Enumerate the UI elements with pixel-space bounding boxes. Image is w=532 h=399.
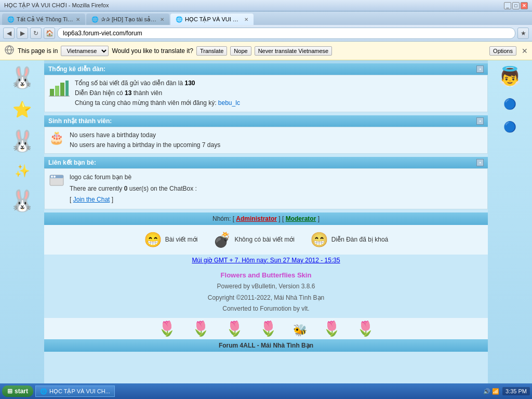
tab-1-close[interactable]: ✕ bbox=[76, 17, 80, 22]
forward-button[interactable]: ▶ bbox=[17, 28, 28, 39]
links-section: Liên kết bạn bè: ▪ bbox=[44, 157, 488, 209]
post-icon-locked: 😁 Diễn Đàn đã bị khoá bbox=[310, 231, 388, 248]
post-icons-section: 😁 Bài viết mới 💣 Không có bài viết mới 😁… bbox=[44, 225, 488, 255]
svg-rect-4 bbox=[60, 83, 64, 96]
birthday-text: No users have a birthday today No users … bbox=[70, 130, 220, 150]
stats-row: Tổng số bài viết đã gửi vào diễn đàn là … bbox=[49, 78, 483, 109]
admin-group-link[interactable]: Administrator bbox=[236, 215, 277, 222]
rabbit-decoration-2: 🐰 bbox=[9, 129, 35, 153]
total-posts-label: Tổng số bài viết đã gửi vào diễn đàn là bbox=[75, 79, 183, 87]
browser-tabs: 🌐 Tất Cả Về Thông Tin Cá Nhân ✕ 🌐 ✰✰ [HD… bbox=[0, 11, 532, 25]
bee-decoration: 🐝 bbox=[293, 324, 307, 337]
new-member-link[interactable]: bebu_lc bbox=[218, 99, 240, 107]
links-icon bbox=[49, 172, 64, 190]
angel-decoration: 👼 bbox=[498, 65, 522, 87]
links-text: logo các forum bạn bè There are currentl… bbox=[70, 172, 197, 206]
stats-minimize[interactable]: ▪ bbox=[476, 65, 484, 73]
window-controls[interactable]: _ □ ✕ bbox=[504, 2, 528, 9]
taskbar-window-item[interactable]: 🌐 HỌC TẬP VÀ VUI CH... bbox=[35, 385, 115, 397]
birthday-section: Sinh nhật thành viên: ▪ 🎂 No users have … bbox=[44, 115, 488, 154]
locked-emoji: 😁 bbox=[310, 231, 328, 248]
flower-5: 🌷 bbox=[323, 320, 341, 337]
reload-button[interactable]: ↻ bbox=[30, 28, 42, 39]
logo-text: logo các forum bạn bè bbox=[70, 174, 131, 181]
bubble-decoration-2: 🔵 bbox=[503, 121, 516, 133]
converted-text: Converted to Forumotion by vlt. bbox=[46, 303, 486, 315]
translate-prefix: This page is in bbox=[18, 47, 58, 55]
chatbox-text: There are currently bbox=[70, 185, 122, 192]
translate-question: Would you like to translate it? bbox=[112, 47, 193, 55]
home-button[interactable]: 🏠 bbox=[44, 28, 55, 39]
flower-4: 🌷 bbox=[259, 320, 277, 337]
tab-3[interactable]: 🌐 HỌC TẬP VÀ VUI CHƠI ✕ bbox=[170, 14, 254, 25]
minimize-button[interactable]: _ bbox=[504, 2, 511, 9]
flower-2: 🌷 bbox=[192, 320, 210, 337]
bottom-bar: Forum 4ALL - Mái Nhà Tình Bạn bbox=[44, 339, 488, 352]
timezone-link[interactable]: Múi giờ GMT + 7. Hôm nay: Sun 27 May 201… bbox=[192, 257, 340, 264]
flower-3: 🌷 bbox=[225, 320, 244, 337]
tab-2[interactable]: 🌐 ✰✰ [HD] Tạo tài sản bên dưới bài ✕ bbox=[86, 14, 169, 25]
svg-rect-3 bbox=[55, 86, 59, 96]
maximize-button[interactable]: □ bbox=[512, 2, 520, 9]
stats-text: Tổng số bài viết đã gửi vào diễn đàn là … bbox=[75, 78, 240, 109]
groups-bar: Nhóm: [ Administrator ] [ Moderator ] bbox=[44, 212, 488, 225]
total-posts-count: 130 bbox=[184, 79, 195, 87]
start-label: start bbox=[15, 388, 28, 395]
skin-name: Flowers and Butterflies Skin bbox=[46, 269, 486, 281]
close-button[interactable]: ✕ bbox=[521, 2, 528, 9]
page-body: Thống kê diễn đàn: ▪ bbox=[44, 63, 488, 383]
svg-rect-2 bbox=[50, 89, 54, 96]
stats-header: Thống kê diễn đàn: ▪ bbox=[44, 63, 488, 75]
bomb-icon: 💣 bbox=[213, 231, 231, 248]
chatbox-count: 0 bbox=[124, 185, 128, 192]
tab-1[interactable]: 🌐 Tất Cả Về Thông Tin Cá Nhân ✕ bbox=[2, 14, 85, 25]
tab-2-close[interactable]: ✕ bbox=[160, 17, 164, 22]
flower-1: 🌷 bbox=[158, 320, 176, 337]
svg-point-10 bbox=[54, 176, 56, 178]
address-bar[interactable] bbox=[57, 28, 515, 39]
browser-nav: ◀ ▶ ↻ 🏠 ★ bbox=[0, 25, 532, 42]
mod-group-link[interactable]: Moderator bbox=[286, 215, 316, 222]
system-tray-icons: 🔊 📶 bbox=[483, 388, 499, 395]
bubble-decoration: 🔵 bbox=[503, 98, 516, 110]
birthday-header: Sinh nhật thành viên: ▪ bbox=[44, 115, 488, 127]
nope-button[interactable]: Nope bbox=[230, 46, 251, 56]
copyright-text: Copyright ©2011-2022, Mái Nhà Tình Bạn bbox=[46, 292, 486, 304]
tab-icon: 🌐 bbox=[7, 16, 15, 23]
start-button[interactable]: ⊞ start bbox=[2, 385, 33, 397]
browser-titlebar: HỌC TẬP VÀ VUI CHƠI - Mozilla Firefox _ … bbox=[0, 0, 532, 11]
close-translate-button[interactable]: ✕ bbox=[522, 47, 528, 55]
tab-3-close[interactable]: ✕ bbox=[244, 17, 248, 22]
stats-body: Tổng số bài viết đã gửi vào diễn đàn là … bbox=[44, 75, 488, 112]
content-wrapper: 🐰 ⭐ 🐰 ✨ 🐰 👼 🔵 🔵 Thống kê diễn đàn: ▪ bbox=[0, 60, 532, 383]
stats-section: Thống kê diễn đàn: ▪ bbox=[44, 63, 488, 112]
rabbit-decoration-1: 🐰 bbox=[9, 65, 35, 90]
post-icon-new: 😁 Bài viết mới bbox=[144, 231, 198, 248]
powered-text: Powered by vBulletin, Version 3.8.6 bbox=[46, 281, 486, 292]
browser-title: HỌC TẬP VÀ VUI CHƠI - Mozilla Firefox bbox=[4, 2, 109, 9]
stats-header-label: Thống kê diễn đàn: bbox=[48, 65, 105, 73]
tab-3-label: HỌC TẬP VÀ VUI CHƠI bbox=[185, 16, 242, 23]
birthday-cake-icon: 🎂 bbox=[49, 130, 64, 145]
taskbar-window-label: HỌC TẬP VÀ VUI CH... bbox=[49, 388, 110, 395]
options-button[interactable]: Options bbox=[489, 46, 516, 56]
tab-icon-3: 🌐 bbox=[176, 16, 183, 23]
members-count: 13 bbox=[125, 89, 131, 97]
translate-bar: This page is in Vietnamese Would you lik… bbox=[0, 42, 532, 60]
locked-label: Diễn Đàn đã bị khoá bbox=[331, 236, 388, 243]
join-chat-link[interactable]: Join the Chat bbox=[73, 196, 110, 203]
back-button[interactable]: ◀ bbox=[3, 28, 15, 39]
no-birthday-upcoming: No users are having a birthday in the up… bbox=[70, 141, 220, 149]
never-button[interactable]: Never translate Vietnamese bbox=[255, 46, 332, 56]
links-minimize[interactable]: ▪ bbox=[476, 159, 484, 166]
no-new-post-label: Không có bài viết mới bbox=[234, 236, 294, 243]
flower-6: 🌷 bbox=[356, 320, 375, 337]
powered-info: Flowers and Butterflies Skin Powered by … bbox=[44, 266, 488, 318]
language-select[interactable]: Vietnamese bbox=[61, 46, 109, 56]
center-column: Thống kê diễn đàn: ▪ bbox=[44, 60, 488, 383]
birthday-minimize[interactable]: ▪ bbox=[476, 117, 484, 125]
translate-button[interactable]: Translate bbox=[196, 46, 227, 56]
svg-rect-5 bbox=[65, 81, 69, 96]
links-header: Liên kết bạn bè: ▪ bbox=[44, 157, 488, 168]
bookmark-button[interactable]: ★ bbox=[517, 28, 529, 39]
